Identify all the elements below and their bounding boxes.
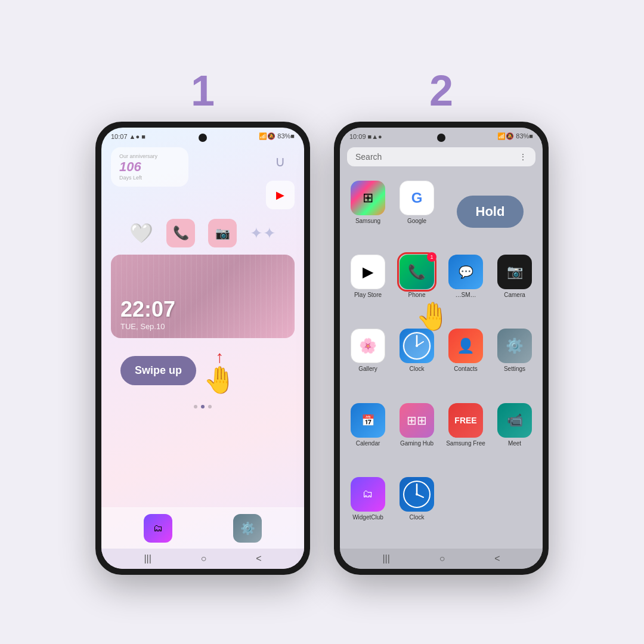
app-clock[interactable]: Clock: [394, 324, 440, 395]
app-grid: ⊞ Samsung G Google Hold: [340, 171, 543, 549]
widget-club-dock[interactable]: 🗂: [144, 514, 172, 543]
app-camera[interactable]: 📷 Camera: [491, 250, 538, 321]
app-gallery[interactable]: 🌸 Gallery: [345, 324, 391, 395]
clock-icon-2[interactable]: [400, 477, 434, 512]
screen-2: 10:09 ■▲● 📶🔕 83%■ Search ⋮: [340, 128, 543, 569]
step-2-number: 2: [429, 69, 453, 112]
notch-1: [199, 134, 207, 142]
phone-icon-home[interactable]: 📞: [166, 219, 195, 247]
step-1-number: 1: [191, 69, 215, 112]
app-contacts[interactable]: 👤 Contacts: [442, 324, 489, 395]
status-bar-2: 10:09 ■▲● 📶🔕 83%■: [340, 128, 543, 143]
msm-icon[interactable]: 💬: [448, 255, 483, 289]
anniversary-widget: Our anniversary 106 Days Left: [111, 147, 188, 187]
phone-badge: 1: [427, 252, 436, 262]
clock-label-1: Clock: [409, 366, 424, 372]
search-placeholder: Search: [355, 152, 382, 162]
clock-time: 22:07: [120, 297, 285, 322]
nav-home-2[interactable]: ○: [439, 553, 445, 564]
anniversary-sublabel: Days Left: [119, 175, 180, 181]
app-clock2[interactable]: Clock: [394, 472, 440, 544]
arrow-up-icon: ↑: [216, 348, 224, 367]
status-bar-1: 10:07 ▲● ■ 📶🔕 83%■: [101, 128, 304, 143]
svg-point-8: [416, 493, 418, 496]
notch-2: [437, 134, 445, 142]
swipe-up-button[interactable]: Swipe up: [120, 356, 196, 385]
nav-recents[interactable]: <: [256, 553, 261, 564]
mid-row-icons: 🤍 📞 📷 ✦✦: [111, 216, 295, 250]
app-meet[interactable]: 📹 Meet: [491, 398, 538, 470]
clock-icon[interactable]: [400, 329, 434, 363]
calendar-icon[interactable]: 📅: [351, 403, 385, 438]
dot-1: [194, 405, 197, 408]
status-left-1: 10:07 ▲● ■: [111, 133, 145, 140]
home-content: Our anniversary 106 Days Left ∪ ▶: [101, 143, 304, 507]
app-phone[interactable]: 📞 1 Phone 🤚: [394, 250, 440, 321]
msm-label: …SM…: [456, 292, 476, 298]
swipe-up-area: Swipe up ↑ 🤚: [111, 343, 295, 398]
nav-bar-2: ||| ○ <: [340, 549, 543, 569]
meet-icon[interactable]: 📹: [497, 403, 532, 438]
nav-home[interactable]: ○: [201, 553, 207, 564]
status-right-1: 📶🔕 83%■: [259, 132, 295, 140]
samsungfree-icon[interactable]: FREE: [448, 403, 483, 438]
samsungfree-label: Samsung Free: [446, 440, 485, 447]
widgetclub-label: WidgetClub: [352, 514, 383, 521]
nav-back[interactable]: |||: [144, 553, 151, 564]
app-settings[interactable]: ⚙️ Settings: [491, 324, 538, 395]
gaminghub-label: Gaming Hub: [400, 440, 434, 447]
step-2: 2 10:09 ■▲● 📶🔕 83%■ Search ⋮: [334, 69, 549, 575]
app-msm[interactable]: 💬 …SM…: [442, 250, 489, 321]
anniversary-label: Our anniversary: [119, 153, 180, 159]
google-label: Google: [407, 218, 426, 224]
camera-icon-home[interactable]: 📷: [208, 219, 237, 247]
nav-bar-1: ||| ○ <: [101, 549, 304, 569]
app-samsungfree[interactable]: FREE Samsung Free: [442, 398, 489, 470]
phone-icon-drawer[interactable]: 📞 1: [400, 255, 434, 289]
clock-label-2: Clock: [409, 514, 424, 521]
dot-2: [201, 405, 205, 408]
gallery-label: Gallery: [358, 366, 377, 372]
nav-back-2[interactable]: |||: [382, 553, 389, 564]
app-gaminghub[interactable]: ⊞⊞ Gaming Hub: [394, 398, 440, 470]
search-dots: ⋮: [519, 152, 527, 162]
status-right-2: 📶🔕 83%■: [497, 132, 533, 140]
app-playstore[interactable]: ▶ Play Store: [345, 250, 391, 321]
phone-1: 10:07 ▲● ■ 📶🔕 83%■ Our anniversary 106 D…: [95, 122, 310, 575]
camera-icon-drawer[interactable]: 📷: [497, 255, 532, 289]
app-icon-youtube[interactable]: ▶: [266, 181, 295, 209]
app-calendar[interactable]: 📅 Calendar: [345, 398, 391, 470]
status-left-2: 10:09 ■▲●: [349, 133, 382, 140]
calendar-label: Calendar: [356, 440, 380, 447]
phone-label: Phone: [408, 292, 426, 298]
settings-label: Settings: [504, 366, 525, 372]
playstore-icon[interactable]: ▶: [351, 255, 385, 289]
dock: 🗂 ⚙️: [101, 507, 304, 549]
gaminghub-icon[interactable]: ⊞⊞: [400, 403, 434, 438]
app-samsung[interactable]: ⊞ Samsung: [345, 176, 391, 247]
screen-1: 10:07 ▲● ■ 📶🔕 83%■ Our anniversary 106 D…: [101, 128, 304, 569]
contacts-label: Contacts: [454, 366, 477, 372]
meet-label: Meet: [508, 440, 521, 447]
stars-icon: ✦✦: [250, 224, 276, 243]
phone-2-screen: 10:09 ■▲● 📶🔕 83%■ Search ⋮: [340, 128, 543, 569]
page-dots: [111, 402, 295, 411]
samsung-icon[interactable]: ⊞: [351, 181, 385, 215]
contacts-icon[interactable]: 👤: [448, 329, 483, 363]
clock-date: TUE, Sep.10: [120, 322, 285, 331]
svg-point-4: [416, 345, 418, 347]
settings-icon[interactable]: ⚙️: [497, 329, 532, 363]
step-1: 1 10:07 ▲● ■ 📶🔕 83%■ Our anniversary: [95, 69, 310, 575]
app-icon-u[interactable]: ∪: [266, 147, 295, 176]
phone-1-screen: 10:07 ▲● ■ 📶🔕 83%■ Our anniversary 106 D…: [101, 128, 304, 569]
app-google[interactable]: G Google: [394, 176, 440, 247]
google-icon[interactable]: G: [400, 181, 434, 215]
nav-recents-2[interactable]: <: [494, 553, 500, 564]
hold-bubble: Hold: [457, 196, 524, 228]
app-widgetclub[interactable]: 🗂 WidgetClub: [345, 472, 391, 544]
search-bar[interactable]: Search ⋮: [347, 147, 535, 166]
widgetclub-icon[interactable]: 🗂: [351, 477, 385, 512]
settings-dock[interactable]: ⚙️: [233, 514, 262, 543]
playstore-label: Play Store: [354, 292, 382, 298]
gallery-icon[interactable]: 🌸: [351, 329, 385, 363]
